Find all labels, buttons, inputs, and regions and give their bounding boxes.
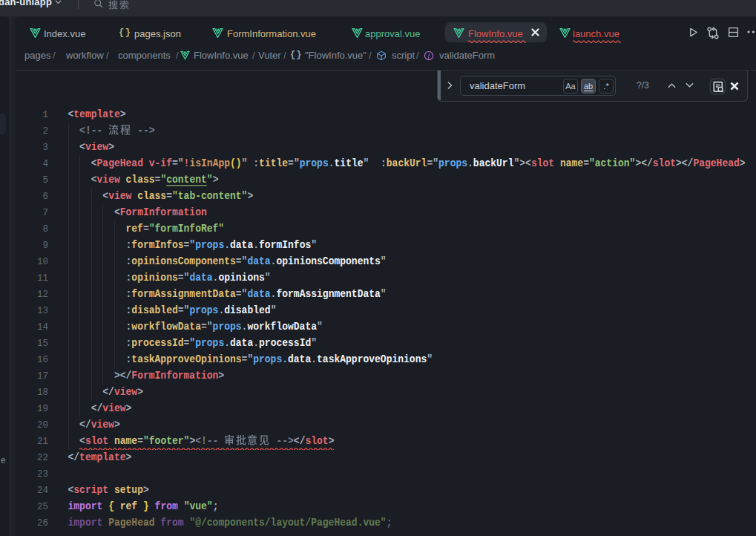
svg-text:f: f	[428, 53, 431, 59]
